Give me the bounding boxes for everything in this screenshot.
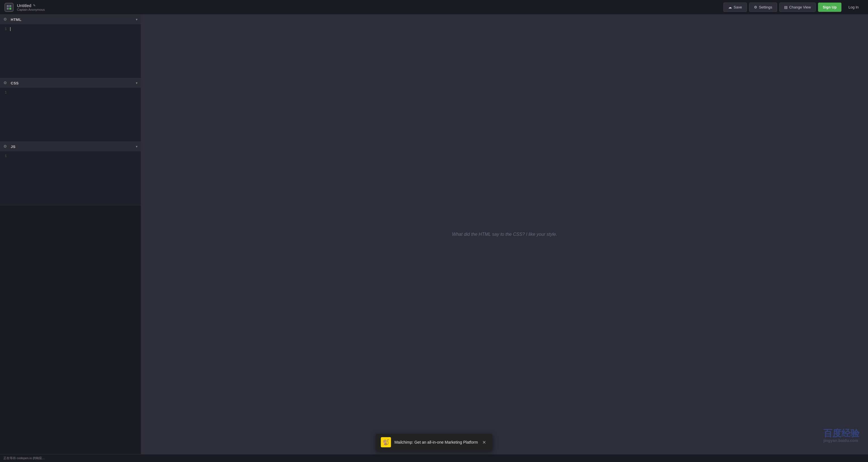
- line-number: 1: [2, 154, 10, 159]
- css-pane: ⚙ CSS ▾ 1: [0, 78, 141, 142]
- line-number: 1: [2, 90, 10, 95]
- baidu-subtitle: jingyan.baidu.com: [824, 438, 860, 443]
- header: Untitled ✎ Captain Anonymous ☁ Save ⚙ Se…: [0, 0, 868, 15]
- js-pane: ⚙ JS ▾ 1: [0, 142, 141, 205]
- editor-line: 1: [0, 154, 141, 159]
- toast-close-button[interactable]: ✕: [481, 440, 487, 445]
- preview-placeholder: What did the HTML say to the CSS? I like…: [452, 232, 557, 237]
- main: ⚙ HTML ▾ 1 ⚙ CSS ▾: [0, 15, 868, 454]
- signup-label: Sign Up: [823, 5, 837, 9]
- project-info: Untitled ✎ Captain Anonymous: [17, 3, 44, 11]
- js-settings-icon[interactable]: ⚙: [3, 144, 8, 149]
- change-view-button[interactable]: ▤ Change View: [779, 3, 816, 12]
- status-bar: 正在等待 codepen.io 的响应...: [0, 454, 868, 462]
- html-settings-icon[interactable]: ⚙: [3, 17, 8, 22]
- html-pane: ⚙ HTML ▾ 1: [0, 15, 141, 78]
- logo-icon: [4, 3, 13, 12]
- project-name: Untitled: [17, 3, 31, 8]
- css-editor[interactable]: 1: [0, 88, 141, 142]
- project-subtitle: Captain Anonymous: [17, 8, 44, 11]
- edit-icon[interactable]: ✎: [33, 4, 36, 7]
- project-title: Untitled ✎: [17, 3, 44, 8]
- svg-rect-3: [9, 8, 11, 9]
- settings-button[interactable]: ⚙ Settings: [749, 3, 777, 12]
- editor-line: 1: [0, 90, 141, 95]
- svg-rect-1: [9, 5, 11, 7]
- js-pane-title: JS: [11, 145, 16, 149]
- baidu-watermark: 百度经验 jingyan.baidu.com: [824, 428, 860, 443]
- css-pane-header-left: ⚙ CSS: [3, 81, 19, 86]
- html-pane-header[interactable]: ⚙ HTML ▾: [0, 15, 141, 24]
- change-view-label: Change View: [789, 5, 811, 9]
- baidu-text: 百度经验 jingyan.baidu.com: [824, 428, 860, 443]
- toast: 🐒 Mailchimp: Get an all-in-one Marketing…: [376, 434, 492, 451]
- header-left: Untitled ✎ Captain Anonymous: [4, 3, 44, 12]
- mailchimp-icon: 🐒: [382, 439, 390, 445]
- editor-panel: ⚙ HTML ▾ 1 ⚙ CSS ▾: [0, 15, 141, 454]
- save-label: Save: [734, 5, 742, 9]
- css-settings-icon[interactable]: ⚙: [3, 81, 8, 86]
- svg-rect-0: [7, 5, 9, 7]
- html-chevron-icon: ▾: [136, 18, 137, 22]
- settings-label: Settings: [759, 5, 772, 9]
- gear-icon: ⚙: [754, 5, 757, 9]
- status-text: 正在等待 codepen.io 的响应...: [3, 456, 44, 460]
- css-chevron-icon: ▾: [136, 81, 137, 85]
- preview-panel: What did the HTML say to the CSS? I like…: [141, 15, 868, 454]
- cloud-icon: ☁: [728, 5, 732, 9]
- html-editor[interactable]: 1: [0, 24, 141, 78]
- login-button[interactable]: Log In: [844, 3, 864, 12]
- toast-message: Mailchimp: Get an all-in-one Marketing P…: [395, 440, 478, 444]
- js-editor[interactable]: 1: [0, 151, 141, 205]
- line-content: [10, 27, 138, 32]
- signup-button[interactable]: Sign Up: [818, 3, 841, 12]
- toast-container: 🐒 Mailchimp: Get an all-in-one Marketing…: [376, 434, 492, 451]
- js-chevron-icon: ▾: [136, 145, 137, 149]
- save-button[interactable]: ☁ Save: [723, 3, 747, 12]
- line-number: 1: [2, 27, 10, 32]
- css-pane-header[interactable]: ⚙ CSS ▾: [0, 78, 141, 88]
- login-label: Log In: [848, 5, 859, 9]
- html-pane-title: HTML: [11, 18, 22, 22]
- js-pane-header[interactable]: ⚙ JS ▾: [0, 142, 141, 151]
- html-pane-header-left: ⚙ HTML: [3, 17, 22, 22]
- toast-icon: 🐒: [381, 437, 391, 447]
- editor-line: 1: [0, 27, 141, 32]
- header-right: ☁ Save ⚙ Settings ▤ Change View Sign Up …: [723, 3, 864, 12]
- monitor-icon: ▤: [784, 5, 787, 9]
- svg-rect-2: [7, 8, 9, 9]
- js-pane-header-left: ⚙ JS: [3, 144, 16, 149]
- baidu-title: 百度经验: [824, 428, 860, 438]
- css-pane-title: CSS: [11, 81, 19, 85]
